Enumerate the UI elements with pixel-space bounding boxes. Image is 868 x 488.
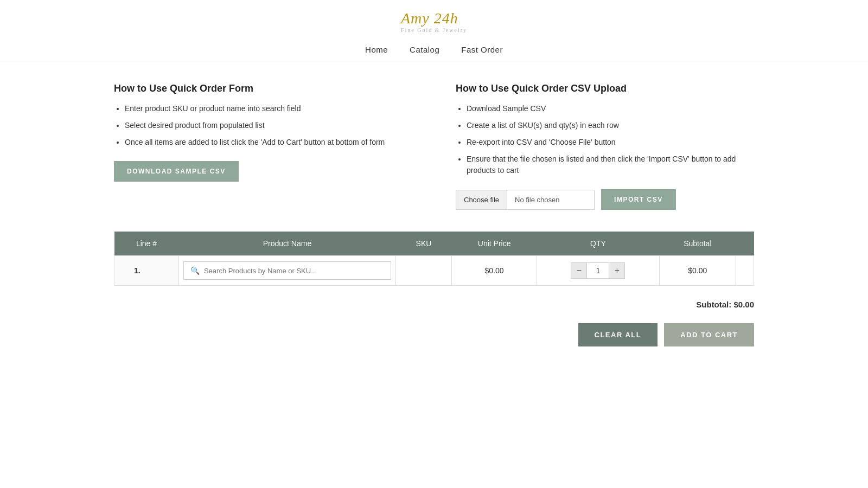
subtotal-value: $0.00 [688, 266, 707, 275]
row-action-cell [736, 256, 754, 286]
step-2: Select desired product from populated li… [125, 120, 412, 131]
order-table: Line # Product Name SKU Unit Price QTY S… [114, 232, 754, 286]
qty-increase-button[interactable]: + [609, 262, 625, 279]
quick-order-form-title: How to Use Quick Order Form [114, 83, 412, 94]
clear-all-button[interactable]: CLEAR ALL [578, 323, 658, 346]
col-action [736, 232, 754, 256]
qty-controls: − 1 + [546, 262, 650, 279]
header: Amy 24h Fine Gold & Jewelry Home Catalog… [0, 0, 868, 61]
table-body: 1. 🔍 $0.00 − 1 [114, 256, 754, 286]
choose-file-button[interactable]: Choose file [456, 190, 507, 209]
nav-fast-order[interactable]: Fast Order [461, 45, 503, 54]
import-csv-button[interactable]: IMPORT CSV [601, 189, 676, 210]
main-nav: Home Catalog Fast Order [365, 38, 503, 61]
csv-upload-title: How to Use Quick Order CSV Upload [456, 83, 754, 94]
quick-order-form-steps: Enter product SKU or product name into s… [114, 103, 412, 148]
step-1: Enter product SKU or product name into s… [125, 103, 412, 114]
logo: Amy 24h Fine Gold & Jewelry [401, 10, 467, 33]
subtotal-label: Subtotal: $0.00 [696, 300, 754, 309]
qty-value: 1 [587, 262, 609, 279]
line-number: 1. [114, 256, 179, 286]
csv-upload-row: Choose file No file chosen IMPORT CSV [456, 189, 754, 210]
csv-step-4: Ensure that the file chosen is listed an… [467, 153, 754, 176]
product-search-input[interactable] [204, 267, 384, 275]
col-product: Product Name [178, 232, 395, 256]
nav-home[interactable]: Home [365, 45, 388, 54]
table-header: Line # Product Name SKU Unit Price QTY S… [114, 232, 754, 256]
unit-price-value: $0.00 [485, 266, 504, 275]
product-name-cell: 🔍 [178, 256, 395, 286]
table-row: 1. 🔍 $0.00 − 1 [114, 256, 754, 286]
csv-step-2: Create a list of SKU(s) and qty(s) in ea… [467, 120, 754, 131]
file-input-wrapper: Choose file No file chosen [456, 190, 595, 210]
action-buttons: CLEAR ALL ADD TO CART [114, 323, 754, 346]
product-search-wrapper: 🔍 [183, 261, 391, 280]
subtotal-cell: $0.00 [659, 256, 736, 286]
col-line: Line # [114, 232, 179, 256]
col-unit-price: Unit Price [452, 232, 537, 256]
sku-cell [395, 256, 451, 286]
qty-cell: − 1 + [537, 256, 659, 286]
quick-order-form-instructions: How to Use Quick Order Form Enter produc… [114, 83, 412, 210]
step-3: Once all items are added to list click t… [125, 137, 412, 148]
file-chosen-text: No file chosen [507, 190, 594, 209]
search-icon: 🔍 [190, 266, 200, 275]
logo-sub: Fine Gold & Jewelry [401, 27, 467, 33]
col-qty: QTY [537, 232, 659, 256]
download-sample-csv-button[interactable]: DOWNLOAD SAMPLE CSV [114, 161, 239, 182]
instructions-row: How to Use Quick Order Form Enter produc… [114, 83, 754, 210]
col-sku: SKU [395, 232, 451, 256]
qty-decrease-button[interactable]: − [571, 262, 587, 279]
subtotal-row: Subtotal: $0.00 [114, 294, 754, 314]
csv-upload-instructions: How to Use Quick Order CSV Upload Downlo… [456, 83, 754, 210]
nav-catalog[interactable]: Catalog [410, 45, 439, 54]
logo-text: Amy 24h [401, 10, 467, 27]
col-subtotal: Subtotal [659, 232, 736, 256]
csv-step-1: Download Sample CSV [467, 103, 754, 114]
csv-upload-steps: Download Sample CSV Create a list of SKU… [456, 103, 754, 176]
csv-step-3: Re-export into CSV and 'Choose File' but… [467, 137, 754, 148]
unit-price-cell: $0.00 [452, 256, 537, 286]
main-content: How to Use Quick Order Form Enter produc… [81, 61, 787, 390]
add-to-cart-button[interactable]: ADD TO CART [664, 323, 754, 346]
